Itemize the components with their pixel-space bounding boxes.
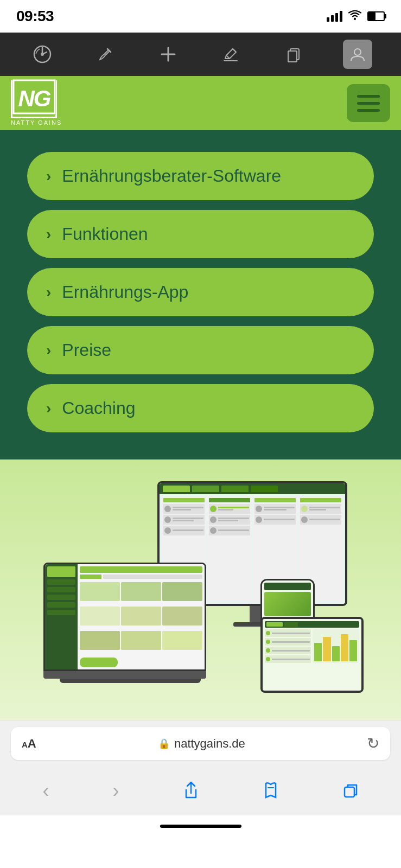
font-small-a: A [22,740,28,749]
safari-nav: ‹ › [0,767,401,815]
chevron-icon-4: › [46,343,51,358]
status-bar: 09:53 [0,0,401,33]
font-size-control[interactable]: AA [22,737,36,751]
nav-item-funktionen[interactable]: › Funktionen [27,210,374,258]
svg-text:NG: NG [18,86,50,111]
logo-box: NG [11,80,57,118]
status-time: 09:53 [16,8,54,25]
tablet-mockup [260,617,364,698]
url-bar[interactable]: AA 🔒 nattygains.de ↻ [11,727,390,760]
toolbar [0,33,401,76]
laptop-sidebar [45,564,78,669]
battery-icon [367,11,385,21]
nav-item-ernaehrungs-app[interactable]: › Ernährungs-App [27,268,374,316]
nav-item-coaching[interactable]: › Coaching [27,384,374,432]
nav-label-5: Coaching [62,398,135,418]
home-bar [160,825,241,828]
laptop-main [78,564,205,669]
laptop-stand [60,679,201,683]
laptop-content-grid [80,582,202,654]
laptop-mockup [43,563,217,693]
logo-container: NG NATTY GAINS [11,80,62,126]
forward-button[interactable]: › [107,774,125,808]
nav-label-2: Funktionen [62,224,148,244]
svg-rect-14 [345,787,354,797]
tablet-content [263,619,361,691]
chevron-icon-3: › [46,285,51,300]
nav-item-ernaehrungsberater[interactable]: › Ernährungsberater-Software [27,152,374,200]
svg-point-9 [354,49,361,55]
monitor-stand [250,606,260,622]
monitor-tab-4 [251,486,278,492]
lock-icon: 🔒 [158,738,170,750]
status-icons [327,10,385,23]
phone-screen-header [264,583,311,590]
copy-icon[interactable] [280,41,307,68]
svg-point-2 [41,53,44,56]
font-large-a: A [28,737,36,750]
wifi-icon [348,10,362,23]
tablet-screen [260,617,364,693]
nav-label-3: Ernährungs-App [62,282,188,302]
tablet-list [265,629,311,663]
logo-tagline: NATTY GAINS [11,119,62,126]
nav-item-preise[interactable]: › Preise [27,326,374,374]
header: NG NATTY GAINS [0,76,401,130]
tablet-body [265,629,359,663]
brush-icon[interactable] [92,41,119,68]
signal-bars-icon [327,11,342,22]
add-icon[interactable] [155,41,182,68]
svg-point-0 [354,18,356,20]
menu-button[interactable] [347,84,390,122]
tabs-button[interactable] [337,777,364,805]
back-button[interactable]: ‹ [37,774,55,808]
nav-section: › Ernährungsberater-Software › Funktione… [0,130,401,459]
profile-icon[interactable] [343,40,372,69]
nav-label-1: Ernährungsberater-Software [62,166,281,186]
logo-text: NG [12,79,56,119]
monitor-tab-3 [221,486,249,492]
menu-line-3 [357,109,380,112]
chevron-icon-5: › [46,401,51,416]
safari-url-bar-container: AA 🔒 nattygains.de ↻ [0,720,401,767]
laptop-screen-content [45,564,205,669]
tablet-chart-area [313,629,359,663]
laptop-base [43,671,206,679]
laptop-screen [43,563,206,671]
chevron-icon-1: › [46,169,51,184]
edit-icon[interactable] [217,41,244,68]
chevron-icon-2: › [46,227,51,242]
monitor-tab-2 [192,486,219,492]
home-indicator [0,815,401,837]
monitor-top-bar [160,483,345,494]
url-center: 🔒 nattygains.de [158,737,245,751]
reload-button[interactable]: ↻ [367,735,379,752]
monitor-tab-1 [163,486,190,492]
svg-rect-7 [288,51,297,62]
menu-line-2 [357,102,380,105]
share-button[interactable] [177,776,205,806]
menu-line-1 [357,95,380,98]
product-section: P K F [0,459,401,720]
phone-food-image [264,592,311,616]
devices-container: P K F [38,481,364,698]
url-text: nattygains.de [174,737,245,751]
bookmarks-button[interactable] [257,776,284,806]
tablet-header [265,621,359,628]
dashboard-icon[interactable] [29,41,56,68]
nav-label-4: Preise [62,340,111,360]
